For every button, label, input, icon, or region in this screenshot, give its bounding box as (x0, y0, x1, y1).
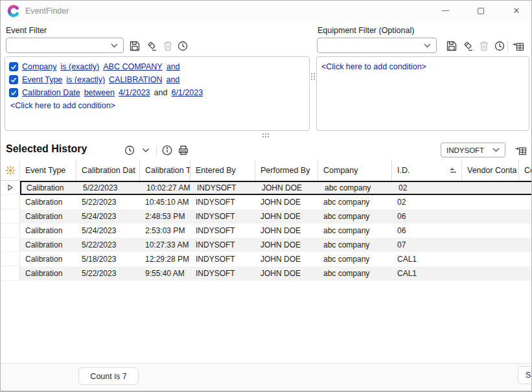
table-cell (519, 252, 532, 266)
clear-button[interactable] (145, 40, 158, 52)
table-cell (520, 182, 532, 194)
table-row[interactable]: Calibration5/24/20232:48:53 PMINDYSOFTJO… (1, 209, 532, 224)
column-header[interactable]: Calibration Dat (76, 160, 140, 181)
show-in-grid-button[interactable] (512, 40, 525, 52)
show-in-grid-button[interactable] (515, 144, 527, 157)
condition-checkbox[interactable] (9, 88, 18, 97)
history-button[interactable] (176, 40, 189, 52)
table-row[interactable]: Calibration5/22/202310:27:33 AMINDYSOFTJ… (1, 238, 532, 252)
delete-icon (161, 40, 174, 52)
column-header[interactable]: Entered By (191, 160, 255, 181)
table-row[interactable]: Calibration5/18/202312:29:28 PMINDYSOFTJ… (1, 252, 532, 266)
maximize-button[interactable] (470, 1, 492, 21)
table-cell: INDYSOFT (191, 209, 255, 224)
table-cell: JOHN DOE (255, 195, 318, 209)
window-title: EventFinder (25, 6, 69, 16)
row-indicator (1, 224, 20, 238)
history-button[interactable] (123, 144, 136, 157)
table-row[interactable]: Calibration5/22/202310:45:10 AMINDYSOFTJ… (1, 195, 532, 209)
condition-checkbox[interactable] (9, 62, 18, 71)
condition-link[interactable]: Calibration Date (22, 88, 80, 97)
event-filter-conditions: Companyis (exactly)ABC COMPANYandEvent T… (5, 56, 310, 131)
event-filter-combo[interactable] (6, 38, 124, 53)
table-row[interactable]: Calibration5/22/20239:55:40 AMINDYSOFTJO… (1, 266, 532, 281)
dropdown-button[interactable] (139, 144, 152, 157)
filter-condition-row: Calibration Datebetween4/1/2023and6/1/20… (9, 86, 305, 99)
column-header-label: Performed By (260, 166, 310, 175)
condition-link[interactable]: ABC COMPANY (103, 62, 162, 71)
eraser-icon (461, 40, 474, 52)
table-cell: INDYSOFT (191, 195, 255, 209)
filter-condition-row: Companyis (exactly)ABC COMPANYand (9, 60, 305, 73)
minimize-button[interactable] (434, 1, 456, 21)
table-row[interactable]: Calibration5/24/20232:53:03 PMINDYSOFTJO… (1, 224, 532, 238)
column-header-label: Company (323, 166, 358, 175)
column-header[interactable]: Co (519, 160, 532, 181)
column-header[interactable]: Event Type (20, 160, 76, 181)
table-cell: JOHN DOE (255, 238, 318, 252)
event-filter-label: Event Filter (6, 26, 47, 35)
grid-customization-cell[interactable] (1, 160, 20, 181)
column-header[interactable]: Calibration Ti (140, 160, 191, 181)
save-button[interactable] (445, 40, 458, 52)
table-cell: Calibration (20, 266, 76, 281)
horizontal-splitter-handle[interactable] (262, 133, 269, 137)
row-indicator (1, 195, 20, 209)
condition-link[interactable]: Company (22, 62, 57, 71)
table-cell: 02 (393, 182, 463, 194)
table-cell: 5/22/2023 (76, 195, 140, 209)
row-indicator (1, 266, 20, 281)
vertical-splitter-handle[interactable] (311, 73, 315, 80)
table-cell: JOHN DOE (255, 266, 318, 281)
equipment-filter-combo[interactable] (317, 38, 437, 53)
table-cell: abc company (318, 195, 392, 209)
table-row[interactable]: Calibration5/22/202310:02:27 AMINDYSOFTJ… (1, 181, 532, 195)
table-cell: INDYSOFT (191, 252, 255, 266)
table-cell: abc company (318, 209, 392, 224)
table-cell: 9:55:40 AM (140, 266, 191, 281)
title-bar: EventFinder ✕ (1, 1, 531, 21)
condition-text: and (154, 88, 168, 97)
table-cell: Calibration (20, 195, 76, 209)
table-cell: INDYSOFT (192, 182, 257, 194)
table-cell (462, 266, 519, 281)
condition-link[interactable]: 4/1/2023 (119, 88, 150, 97)
condition-link[interactable]: and (167, 62, 180, 71)
app-logo-icon (6, 4, 21, 18)
history-source-combo[interactable]: INDYSOFT (441, 143, 505, 157)
column-header[interactable]: Vendor Conta (462, 160, 519, 181)
condition-link[interactable]: is (exactly) (61, 62, 100, 71)
close-icon: ✕ (513, 6, 520, 15)
table-cell (519, 209, 532, 224)
save-button[interactable] (128, 40, 141, 52)
table-cell (519, 238, 532, 252)
condition-link[interactable]: Event Type (22, 75, 62, 84)
count-badge: Count is 7 (78, 367, 139, 385)
table-cell: 10:45:10 AM (140, 195, 191, 209)
add-condition-link[interactable]: <Click here to add condition> (10, 99, 305, 111)
print-button[interactable] (177, 144, 190, 157)
info-button[interactable] (161, 144, 174, 157)
condition-link[interactable]: and (166, 75, 179, 84)
column-header-label: Co (524, 166, 532, 175)
info-icon (161, 144, 174, 157)
grid-arrow-icon (512, 40, 525, 52)
select-button[interactable]: S (518, 366, 532, 384)
delete-button[interactable] (161, 40, 174, 52)
table-cell: 06 (392, 209, 462, 224)
condition-link[interactable]: 6/1/2023 (171, 88, 203, 97)
history-button[interactable] (493, 40, 506, 52)
condition-link[interactable]: is (exactly) (66, 75, 105, 84)
condition-checkbox[interactable] (9, 75, 18, 84)
clear-button[interactable] (461, 40, 474, 52)
add-condition-link[interactable]: <Click here to add condition> (321, 60, 525, 73)
table-cell (462, 252, 519, 266)
condition-link[interactable]: CALIBRATION (109, 75, 162, 84)
column-header[interactable]: Performed By (255, 160, 318, 181)
column-header[interactable]: I.D. (392, 160, 462, 181)
condition-link[interactable]: between (84, 88, 115, 97)
column-header[interactable]: Company (318, 160, 392, 181)
close-button[interactable]: ✕ (505, 1, 527, 21)
delete-button[interactable] (478, 40, 491, 52)
table-cell: 06 (392, 224, 462, 238)
